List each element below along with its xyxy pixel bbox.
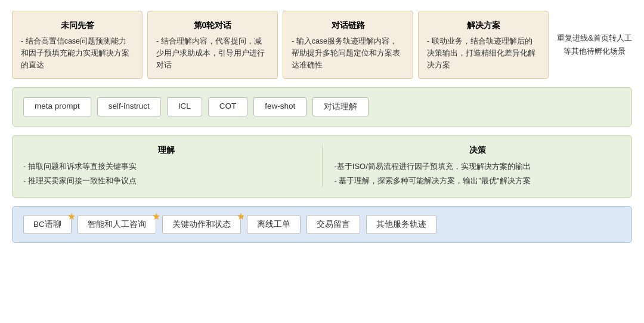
vertical-divider (322, 145, 323, 187)
box-title-2: 对话链路 (292, 19, 404, 32)
understand-decision-row: 理解 - 抽取问题和诉求等直接关键事实 - 推理买卖家间接一致性和争议点 决策 … (12, 135, 632, 198)
box-title-1: 第0轮对话 (156, 19, 269, 32)
box-title-3: 解决方案 (427, 19, 540, 32)
star-icon: ★ (237, 211, 245, 222)
bottom-tag-4: 交易留言 (306, 215, 360, 234)
understand-desc1: - 抽取问题和诉求等直接关键事实 (23, 159, 310, 173)
decision-desc1: -基于ISO/简易流程进行因子预填充，实现解决方案的输出 (335, 159, 621, 173)
star-icon: ★ (67, 211, 76, 222)
bottom-tag-5: 其他服务轨迹 (366, 215, 436, 234)
bottom-tag-2: 关键动作和状态★ (162, 215, 241, 234)
box-desc-1: - 结合理解内容，代客提问，减少用户求助成本，引导用户进行对话 (156, 35, 269, 71)
box-desc-0: - 结合高置信case问题预测能力和因子预填充能力实现解决方案的直达 (21, 35, 134, 71)
box-desc-2: - 输入case服务轨迹理解内容，帮助提升多轮问题定位和方案表达准确性 (292, 35, 404, 71)
understand-title: 理解 (23, 145, 310, 156)
bottom-tag-3: 离线工单 (247, 215, 301, 234)
understand-desc2: - 推理买卖家间接一致性和争议点 (23, 174, 310, 187)
prompt-tags-container: meta prompt self-instruct ICL COT few-sh… (23, 97, 621, 116)
top-row: 未问先答 - 结合高置信case问题预测能力和因子预填充能力实现解决方案的直达 … (12, 11, 632, 79)
prompt-tags-section: meta prompt self-instruct ICL COT few-sh… (12, 87, 632, 127)
box-解决方案: 解决方案 - 联动业务，结合轨迹理解后的决策输出，打造精细化差异化解决方案 (418, 11, 549, 79)
tag-dialog-understand: 对话理解 (312, 97, 369, 116)
box-第0轮对话: 第0轮对话 - 结合理解内容，代客提问，减少用户求助成本，引导用户进行对话 (147, 11, 278, 79)
decision-desc2: - 基于理解，探索多种可能解决方案，输出"最优"解决方案 (335, 174, 621, 187)
understand-block: 理解 - 抽取问题和诉求等直接关键事实 - 推理买卖家间接一致性和争议点 (23, 145, 310, 187)
tag-meta-prompt: meta prompt (23, 97, 91, 116)
decision-title: 决策 (335, 145, 621, 156)
star-icon: ★ (152, 211, 160, 222)
bottom-tags-section: BC语聊★智能和人工咨询★关键动作和状态★离线工单交易留言其他服务轨迹 (12, 206, 632, 243)
tag-self-instruct: self-instruct (97, 97, 161, 116)
bottom-tag-1: 智能和人工咨询★ (78, 215, 156, 234)
box-未问先答: 未问先答 - 结合高置信case问题预测能力和因子预填充能力实现解决方案的直达 (12, 11, 143, 79)
tag-few-shot: few-shot (253, 97, 306, 116)
decision-block: 决策 -基于ISO/简易流程进行因子预填充，实现解决方案的输出 - 基于理解，探… (335, 145, 621, 187)
box-title-0: 未问先答 (21, 19, 134, 32)
box-desc-3: - 联动业务，结合轨迹理解后的决策输出，打造精细化差异化解决方案 (427, 35, 540, 71)
tag-icl: ICL (167, 97, 202, 116)
box-对话链路: 对话链路 - 输入case服务轨迹理解内容，帮助提升多轮问题定位和方案表达准确性 (283, 11, 413, 79)
side-note: 重复进线&首页转人工等其他待孵化场景 (549, 11, 632, 79)
top-boxes: 未问先答 - 结合高置信case问题预测能力和因子预填充能力实现解决方案的直达 … (12, 11, 549, 79)
bottom-tag-0: BC语聊★ (23, 215, 72, 234)
tag-cot: COT (208, 97, 248, 116)
